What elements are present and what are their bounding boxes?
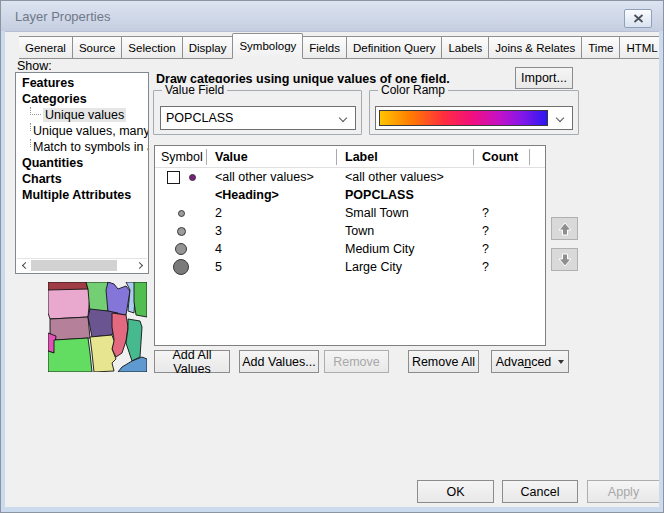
point-symbol-icon[interactable] [178,210,185,217]
arrow-up-icon [557,221,573,237]
tree-item[interactable]: Unique values, many [16,123,148,139]
color-ramp-swatch [379,110,548,126]
scroll-right-icon[interactable] [133,259,147,272]
ok-button[interactable]: OK [417,480,494,503]
scroll-left-icon[interactable] [17,259,31,272]
tree-item[interactable]: Match to symbols in a [16,139,148,155]
move-down-button[interactable] [551,248,578,271]
close-icon [633,14,644,23]
column-header-count[interactable]: Count [474,149,530,165]
table-row[interactable]: 5 Large City ? [155,258,545,276]
tab-bar: General Source Selection Display Symbolo… [19,34,664,59]
value-cell: 3 [207,224,337,238]
tree-connector-icon [30,107,41,115]
layer-properties-dialog: Layer Properties General Source Selectio… [0,0,664,513]
symbol-cell [155,259,207,275]
tree-item[interactable]: Features [16,75,148,91]
point-symbol-icon[interactable] [175,243,187,255]
table-row[interactable]: <all other values> <all other values> [155,168,545,186]
window-border [659,31,663,512]
color-ramp-dropdown[interactable] [375,106,573,130]
tab[interactable]: Definition Query [347,36,442,59]
label-cell: Town [337,224,474,238]
table-row[interactable]: 4 Medium City ? [155,240,545,258]
label-cell: POPCLASS [337,188,474,202]
tab[interactable]: Display [183,36,234,59]
value-field-dropdown[interactable]: POPCLASS [160,106,356,130]
symbol-cell [155,210,207,217]
titlebar[interactable]: Layer Properties [1,1,663,32]
value-cell: <Heading> [207,188,337,202]
tab[interactable]: Labels [442,36,489,59]
tree-item[interactable]: Multiple Attributes [16,187,148,203]
value-cell: 2 [207,206,337,220]
point-symbol-icon[interactable] [189,174,196,181]
tab-label: Display [189,42,227,54]
tree-connector-icon [30,139,31,147]
tree-connector-icon [30,123,31,131]
cancel-button[interactable]: Cancel [502,480,578,503]
all-other-values-checkbox[interactable] [167,171,180,184]
tree-item[interactable]: Charts [16,171,148,187]
column-header-symbol[interactable]: Symbol [155,149,207,165]
column-header-value[interactable]: Value [207,149,337,165]
table-row[interactable]: 3 Town ? [155,222,545,240]
tree-item[interactable]: Categories [16,91,148,107]
move-up-button[interactable] [551,217,578,240]
advanced-button-label: Advanced [496,355,552,369]
value-cell: 4 [207,242,337,256]
arrow-down-icon [557,252,573,268]
tab[interactable]: Symbology [232,33,303,59]
table-row[interactable]: 2 Small Town ? [155,204,545,222]
tab[interactable]: Selection [122,36,182,59]
tab[interactable]: Source [73,36,122,59]
scrollbar-thumb[interactable] [31,260,117,271]
action-button[interactable]: Add Values... [239,350,319,373]
table-body: <all other values> <all other values> <H… [155,168,545,276]
values-table: Symbol Value Label Count <all other valu… [154,145,546,346]
tree-item[interactable]: Quantities [16,155,148,171]
action-button[interactable]: Remove [324,350,389,373]
table-row[interactable]: <Heading> POPCLASS [155,186,545,204]
action-button[interactable]: Remove All [408,350,479,373]
tab[interactable]: Joins & Relates [489,36,582,59]
action-button-label: Remove [333,355,380,369]
count-cell: ? [474,260,530,274]
tab-label: Source [79,42,115,54]
table-header: Symbol Value Label Count [155,146,545,168]
apply-button[interactable]: Apply [587,480,660,503]
tab-label: Labels [448,42,482,54]
symbol-cell [155,243,207,255]
column-header-label[interactable]: Label [337,149,474,165]
tree-item[interactable]: Unique values [16,107,148,123]
tree-item-label: Charts [22,172,62,186]
tab-label: Selection [128,42,175,54]
show-label: Show: [17,59,52,73]
chevron-down-icon [556,114,564,122]
label-cell: <all other values> [337,170,474,184]
count-cell: ? [474,242,530,256]
close-button[interactable] [624,9,652,28]
tree-item-label: Multiple Attributes [22,188,131,202]
tab[interactable]: Time [582,36,620,59]
value-field-selected: POPCLASS [166,111,233,125]
advanced-button[interactable]: Advanced [491,350,569,373]
point-symbol-icon[interactable] [177,227,186,236]
point-symbol-icon[interactable] [173,259,189,275]
action-button-label: Add Values... [242,355,315,369]
import-button[interactable]: Import... [515,67,573,89]
value-cell: <all other values> [207,170,337,184]
action-button-label: Add All Values [155,348,229,376]
tab[interactable]: Fields [303,36,347,59]
tab[interactable]: HTML Popup [620,36,664,59]
value-field-group: Value Field POPCLASS [153,90,362,135]
symbol-cell [155,171,207,184]
tree-item-label: Features [22,76,74,90]
color-ramp-group: Color Ramp [369,90,579,135]
label-cell: Small Town [337,206,474,220]
tab-label: Time [588,42,613,54]
tab-label: Symbology [239,40,296,52]
action-button[interactable]: Add All Values [154,350,230,373]
tab[interactable]: General [19,36,73,59]
tree-horizontal-scrollbar[interactable] [17,258,147,272]
